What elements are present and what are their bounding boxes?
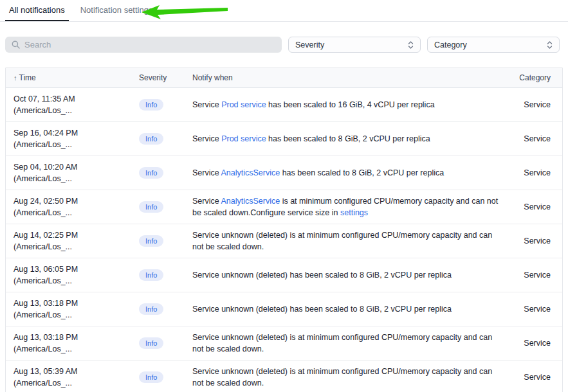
cell-category: Service bbox=[513, 94, 562, 116]
notify-text: Service unknown (deleted) has been scale… bbox=[192, 271, 452, 280]
cell-time: Aug 24, 02:50 PM (America/Los_... bbox=[6, 190, 139, 224]
notify-message: Service Prod service has been scaled to … bbox=[192, 99, 500, 111]
table-row[interactable]: Oct 07, 11:35 AM (America/Los_... Info S… bbox=[6, 88, 562, 122]
cell-time: Oct 07, 11:35 AM (America/Los_... bbox=[6, 88, 139, 121]
notify-text: Service unknown (deleted) has been scale… bbox=[192, 305, 452, 314]
cell-notify-when: Service unknown (deleted) is at minimum … bbox=[192, 224, 513, 258]
severity-badge: Info bbox=[139, 133, 163, 145]
cell-severity: Info bbox=[139, 94, 192, 116]
severity-badge: Info bbox=[139, 235, 163, 247]
cell-severity: Info bbox=[139, 366, 192, 388]
table-row[interactable]: Aug 14, 02:25 PM (America/Los_... Info S… bbox=[6, 224, 562, 258]
notify-message: Service unknown (deleted) is at minimum … bbox=[192, 332, 500, 355]
cell-category: Service bbox=[513, 128, 562, 150]
notify-text: Service bbox=[192, 168, 221, 177]
severity-badge: Info bbox=[139, 99, 163, 111]
notify-message: Service AnalyticsService is at minimum c… bbox=[192, 195, 500, 218]
cell-time: Aug 13, 05:39 AM (America/Los_... bbox=[6, 361, 139, 392]
notify-message: Service AnalyticsService has been scaled… bbox=[192, 167, 500, 179]
notify-link[interactable]: Prod service bbox=[221, 134, 266, 143]
notify-text: has been scaled to 8 GiB, 2 vCPU per rep… bbox=[266, 134, 430, 143]
cell-severity: Info bbox=[139, 332, 192, 354]
severity-badge: Info bbox=[139, 337, 163, 349]
notify-link[interactable]: AnalyticsService bbox=[221, 168, 280, 177]
notify-text: Service unknown (deleted) is at minimum … bbox=[192, 367, 492, 388]
column-header-severity[interactable]: Severity bbox=[139, 68, 192, 87]
cell-notify-when: Service Prod service has been scaled to … bbox=[192, 128, 513, 150]
severity-badge: Info bbox=[139, 167, 163, 179]
notify-text: Service bbox=[192, 134, 221, 143]
chevron-updown-icon bbox=[547, 40, 553, 49]
cell-notify-when: Service unknown (deleted) has been scale… bbox=[192, 264, 513, 286]
table-row[interactable]: Aug 13, 03:18 PM (America/Los_... Info S… bbox=[6, 292, 562, 326]
table-row[interactable]: Aug 13, 06:05 PM (America/Los_... Info S… bbox=[6, 258, 562, 292]
cell-time: Aug 13, 03:18 PM (America/Los_... bbox=[6, 292, 139, 326]
column-header-time[interactable]: ↑Time bbox=[6, 68, 139, 87]
cell-notify-when: Service unknown (deleted) has been scale… bbox=[192, 298, 513, 320]
severity-badge: Info bbox=[139, 303, 163, 315]
tab-bar: All notifications Notification settings bbox=[0, 0, 568, 22]
cell-severity: Info bbox=[139, 128, 192, 150]
tab-notification-settings[interactable]: Notification settings bbox=[77, 0, 157, 21]
notify-text: has been scaled to 8 GiB, 2 vCPU per rep… bbox=[280, 168, 444, 177]
cell-notify-when: Service unknown (deleted) is at minimum … bbox=[192, 326, 513, 360]
severity-badge: Info bbox=[139, 201, 163, 213]
notifications-table: ↑Time Severity Notify when Category Oct … bbox=[5, 67, 563, 392]
category-select[interactable]: Category bbox=[427, 37, 560, 53]
severity-select[interactable]: Severity bbox=[288, 37, 421, 53]
cell-category: Service bbox=[513, 162, 562, 184]
category-select-value: Category bbox=[434, 40, 467, 49]
notify-link[interactable]: settings bbox=[340, 208, 368, 217]
cell-severity: Info bbox=[139, 196, 192, 218]
notify-text: Service bbox=[192, 197, 221, 206]
cell-category: Service bbox=[513, 264, 562, 286]
cell-severity: Info bbox=[139, 162, 192, 184]
search-input[interactable] bbox=[24, 40, 275, 49]
cell-notify-when: Service Prod service has been scaled to … bbox=[192, 94, 513, 116]
severity-badge: Info bbox=[139, 269, 163, 281]
notify-link[interactable]: AnalyticsService bbox=[221, 197, 280, 206]
cell-notify-when: Service unknown (deleted) is at minimum … bbox=[192, 361, 513, 392]
notify-message: Service unknown (deleted) has been scale… bbox=[192, 269, 500, 281]
notify-message: Service unknown (deleted) is at minimum … bbox=[192, 229, 500, 253]
table-row[interactable]: Aug 13, 05:39 AM (America/Los_... Info S… bbox=[6, 361, 562, 392]
notify-text: Service unknown (deleted) is at minimum … bbox=[192, 231, 492, 251]
cell-category: Service bbox=[513, 230, 562, 252]
search-box[interactable] bbox=[5, 37, 282, 53]
notify-text: Service bbox=[192, 100, 221, 109]
severity-badge: Info bbox=[139, 371, 163, 383]
cell-category: Service bbox=[513, 332, 562, 354]
cell-time: Sep 16, 04:24 PM (America/Los_... bbox=[6, 122, 139, 156]
tab-all-notifications[interactable]: All notifications bbox=[5, 0, 69, 21]
notify-link[interactable]: Prod service bbox=[221, 100, 266, 109]
table-row[interactable]: Aug 13, 03:18 PM (America/Los_... Info S… bbox=[6, 326, 562, 361]
cell-category: Service bbox=[513, 298, 562, 320]
cell-time: Aug 14, 02:25 PM (America/Los_... bbox=[6, 224, 139, 258]
table-header-row: ↑Time Severity Notify when Category bbox=[6, 68, 562, 88]
table-row[interactable]: Sep 04, 10:20 AM (America/Los_... Info S… bbox=[6, 156, 562, 190]
notify-message: Service unknown (deleted) has been scale… bbox=[192, 303, 500, 315]
cell-time: Aug 13, 03:18 PM (America/Los_... bbox=[6, 326, 139, 360]
table-row[interactable]: Sep 16, 04:24 PM (America/Los_... Info S… bbox=[6, 122, 562, 156]
table-row[interactable]: Aug 24, 02:50 PM (America/Los_... Info S… bbox=[6, 190, 562, 224]
cell-time: Sep 04, 10:20 AM (America/Los_... bbox=[6, 156, 139, 190]
cell-notify-when: Service AnalyticsService has been scaled… bbox=[192, 162, 513, 184]
cell-category: Service bbox=[513, 366, 562, 388]
cell-severity: Info bbox=[139, 298, 192, 320]
notify-text: has been scaled to 16 GiB, 4 vCPU per re… bbox=[266, 100, 435, 109]
table-body: Oct 07, 11:35 AM (America/Los_... Info S… bbox=[6, 88, 562, 392]
notify-message: Service unknown (deleted) is at minimum … bbox=[192, 366, 500, 389]
filter-row: Severity Category bbox=[5, 37, 560, 53]
sort-ascending-icon: ↑ bbox=[14, 74, 17, 82]
column-header-category[interactable]: Category bbox=[513, 68, 562, 87]
cell-severity: Info bbox=[139, 264, 192, 286]
severity-select-value: Severity bbox=[295, 40, 324, 49]
notify-message: Service Prod service has been scaled to … bbox=[192, 133, 500, 145]
cell-notify-when: Service AnalyticsService is at minimum c… bbox=[192, 190, 513, 224]
cell-time: Aug 13, 06:05 PM (America/Los_... bbox=[6, 258, 139, 292]
column-header-notify-when[interactable]: Notify when bbox=[192, 68, 513, 87]
chevron-updown-icon bbox=[408, 40, 414, 49]
cell-category: Service bbox=[513, 196, 562, 218]
notify-text: Service unknown (deleted) is at minimum … bbox=[192, 333, 492, 353]
search-icon bbox=[12, 40, 20, 49]
